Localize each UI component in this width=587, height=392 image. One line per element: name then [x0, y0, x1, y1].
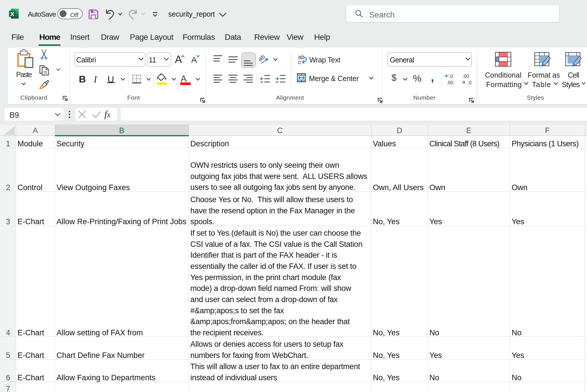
svg-text:.00: .00 [462, 74, 469, 79]
svg-text:.00: .00 [447, 80, 453, 85]
svg-text:.0: .0 [449, 74, 453, 79]
svg-text:.0: .0 [467, 80, 471, 85]
svg-text:X: X [10, 11, 14, 17]
svg-text:c: c [298, 59, 301, 65]
